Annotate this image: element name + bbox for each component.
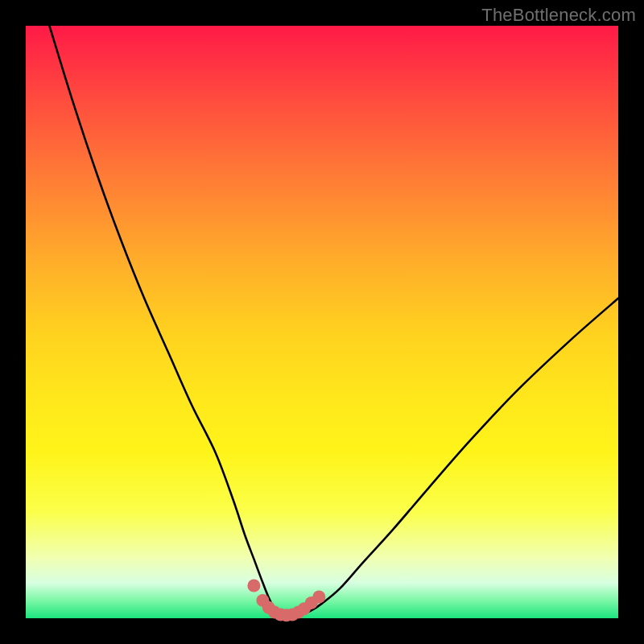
bottleneck-curve xyxy=(49,26,618,617)
watermark-text: TheBottleneck.com xyxy=(481,5,636,26)
valley-dots-group xyxy=(247,580,325,622)
valley-dot xyxy=(247,580,260,592)
chart-frame: TheBottleneck.com xyxy=(0,0,644,644)
chart-svg xyxy=(26,26,618,618)
valley-dot xyxy=(312,591,325,604)
plot-area xyxy=(26,26,618,618)
